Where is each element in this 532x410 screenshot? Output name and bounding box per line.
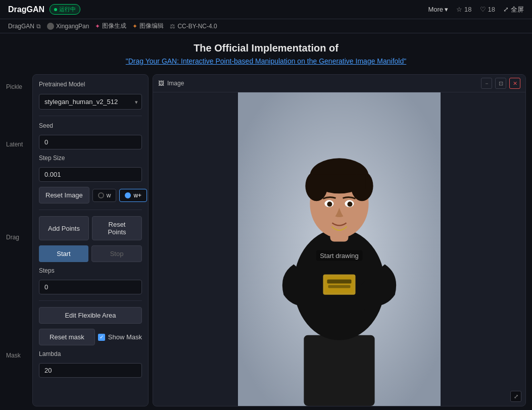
divider-1 (39, 116, 142, 116)
svg-rect-10 (313, 174, 365, 188)
start-button[interactable]: Start (39, 245, 88, 262)
fullscreen-button[interactable]: ⤢ 全屏 (503, 5, 524, 14)
more-button[interactable]: More ▾ (428, 6, 448, 13)
show-mask-label: Show Mask (108, 333, 142, 341)
image-edit-link[interactable]: ✦ 图像编辑 (132, 22, 164, 30)
steps-input[interactable] (39, 280, 142, 294)
reset-mask-button[interactable]: Reset mask (39, 329, 95, 345)
image-panel-wrapper: 🖼 Image － ⊡ ✕ (153, 74, 526, 406)
svg-point-14 (348, 201, 353, 207)
show-mask-checkbox[interactable]: ✓ (98, 334, 105, 341)
app-title: DragGAN (8, 5, 44, 14)
star-value: 18 (464, 6, 471, 13)
radio-wplus-option[interactable]: w+ (119, 189, 147, 202)
heart-value: 18 (488, 6, 495, 13)
image-content[interactable]: Start drawing ⤢ (153, 92, 525, 406)
heart-icon: ♡ (480, 6, 486, 13)
license-label: CC-BY-NC-4.0 (177, 23, 217, 30)
chevron-down-icon: ▾ (445, 6, 448, 13)
step-size-input[interactable] (39, 167, 142, 182)
app-name-text: DragGAN (8, 23, 34, 30)
show-mask-option[interactable]: ✓ Show Mask (98, 333, 142, 341)
image-panel-title: 🖼 Image (158, 80, 184, 87)
author-avatar (47, 23, 54, 30)
reset-image-row: Reset Image w w+ (39, 187, 142, 203)
svg-rect-16 (325, 277, 353, 293)
seed-label: Seed (39, 122, 142, 129)
fullscreen-icon: ⤢ (503, 6, 509, 13)
fullscreen-label: 全屏 (511, 5, 524, 14)
seed-input[interactable] (39, 135, 142, 149)
radio-w-circle (98, 192, 104, 198)
image-panel-icon: 🖼 (158, 80, 164, 87)
drag-label: Drag (6, 148, 28, 241)
app-name-link[interactable]: DragGAN ⧉ (8, 23, 41, 30)
image-panel-title-text: Image (167, 80, 184, 87)
author-name: XingangPan (56, 23, 89, 30)
license-icon: ⚖ (170, 23, 175, 30)
add-points-button[interactable]: Add Points (39, 216, 89, 240)
hero-link[interactable]: "Drag Your GAN: Interactive Point-based … (8, 57, 524, 65)
pretrained-model-select[interactable]: stylegan_human_v2_512 (39, 94, 142, 110)
edit-flexible-area-button[interactable]: Edit Flexible Area (39, 307, 142, 324)
radio-wplus-circle (125, 192, 131, 198)
divider-3 (39, 300, 142, 301)
topbar-right: More ▾ ☆ 18 ♡ 18 ⤢ 全屏 (428, 5, 524, 14)
lambda-section: Lambda (39, 350, 142, 378)
image-gen-link[interactable]: ✦ 图像生成 (95, 22, 126, 30)
mask-row: Reset mask ✓ Show Mask (39, 329, 142, 345)
start-stop-row: Start Stop (39, 245, 142, 262)
author-link[interactable]: XingangPan (47, 23, 89, 30)
star-count: ☆ 18 (456, 6, 471, 13)
pretrained-model-select-wrapper: stylegan_human_v2_512 ▾ (39, 94, 142, 110)
step-size-section: Step Size (39, 155, 142, 182)
radio-w-option[interactable]: w (92, 189, 117, 202)
panel-zoom-reset-button[interactable]: ⊡ (495, 78, 506, 89)
image-edit-label: 图像编辑 (139, 22, 164, 30)
heart-count: ♡ 18 (480, 6, 495, 13)
star-icon: ☆ (456, 6, 462, 13)
svg-rect-18 (328, 285, 350, 288)
pickle-label: Pickle (6, 76, 28, 90)
subtitlebar-left: DragGAN ⧉ XingangPan ✦ 图像生成 ✦ 图像编辑 ⚖ CC-… (8, 22, 217, 30)
section-labels: Pickle Latent Drag Mask (6, 74, 28, 406)
svg-rect-2 (304, 335, 374, 406)
steps-label: Steps (39, 267, 142, 274)
subtitlebar: DragGAN ⧉ XingangPan ✦ 图像生成 ✦ 图像编辑 ⚖ CC-… (0, 19, 532, 33)
radio-group: w w+ (92, 189, 147, 202)
panel-zoom-out-button[interactable]: － (481, 78, 492, 89)
image-panel-controls: － ⊡ ✕ (481, 78, 520, 89)
status-badge: 运行中 (50, 4, 80, 15)
reset-points-button[interactable]: Reset Points (92, 216, 142, 240)
license-link[interactable]: ⚖ CC-BY-NC-4.0 (170, 23, 217, 30)
more-label: More (428, 6, 443, 13)
controls-panel: Pretrained Model stylegan_human_v2_512 ▾… (32, 74, 149, 406)
copy-icon: ⧉ (36, 23, 41, 30)
image-panel: 🖼 Image － ⊡ ✕ (153, 74, 526, 406)
panel-close-button[interactable]: ✕ (509, 78, 520, 89)
image-gen-label: 图像生成 (102, 22, 126, 30)
svg-rect-17 (327, 280, 351, 284)
status-text: 运行中 (59, 6, 76, 13)
divider-2 (39, 210, 142, 210)
pretrained-model-label: Pretrained Model (39, 81, 142, 88)
lambda-label: Lambda (39, 350, 142, 357)
topbar-left: DragGAN 运行中 (8, 4, 80, 15)
pretrained-model-section: Pretrained Model stylegan_human_v2_512 ▾ (39, 81, 142, 110)
step-size-label: Step Size (39, 155, 142, 162)
hero-title: The Official Implementation of (8, 42, 524, 54)
latent-label: Latent (6, 90, 28, 148)
status-dot (54, 8, 57, 11)
stop-button[interactable]: Stop (91, 245, 142, 262)
seed-section: Seed (39, 122, 142, 149)
mask-label: Mask (6, 241, 28, 359)
person-image (153, 92, 525, 406)
steps-section: Steps (39, 267, 142, 294)
radio-w-label: w (107, 192, 111, 199)
expand-button[interactable]: ⤢ (510, 391, 521, 402)
topbar: DragGAN 运行中 More ▾ ☆ 18 ♡ 18 ⤢ 全屏 (0, 0, 532, 19)
image-edit-icon: ✦ (132, 23, 137, 30)
svg-point-13 (327, 201, 332, 207)
reset-image-button[interactable]: Reset Image (39, 187, 89, 203)
lambda-input[interactable] (39, 363, 142, 378)
